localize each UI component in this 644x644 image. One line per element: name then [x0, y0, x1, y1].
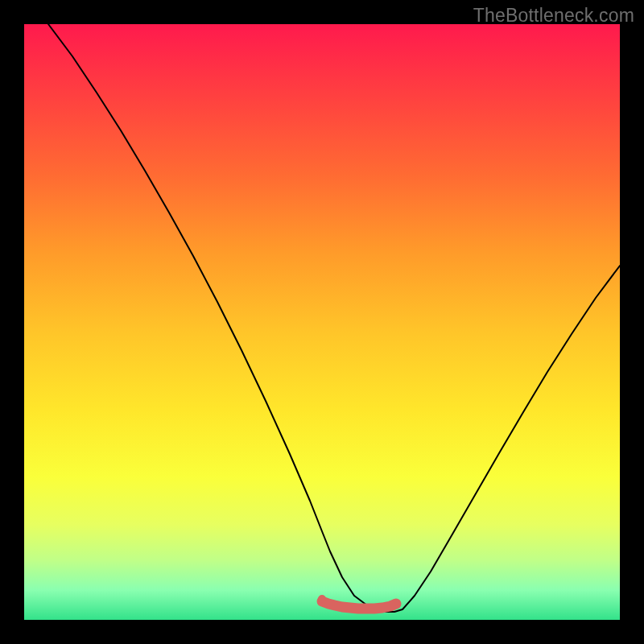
plot-area: [24, 24, 620, 620]
chart-frame: TheBottleneck.com: [0, 0, 644, 644]
bottleneck-curve: [24, 24, 620, 620]
flat-segment-path: [322, 601, 396, 609]
curve-path: [48, 24, 620, 612]
flat-segment-start-dot: [318, 595, 326, 603]
watermark-text: TheBottleneck.com: [473, 5, 634, 27]
